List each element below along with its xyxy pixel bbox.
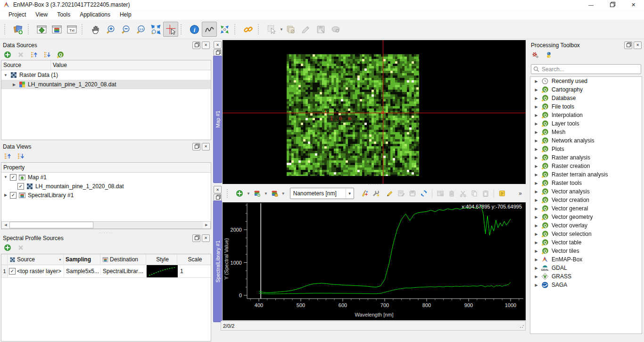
close-button[interactable]: ✕ [623, 0, 644, 9]
toolbox-item-raster-creation[interactable]: ▶QRaster creation [530, 162, 642, 170]
close-panel-button[interactable]: ✕ [634, 42, 642, 49]
toolbox-item-raster-terrain-analysis[interactable]: ▶QRaster terrain analysis [530, 170, 642, 179]
menu-tools[interactable]: Tools [52, 10, 75, 19]
col-source[interactable]: Source ▼ [8, 255, 64, 264]
expand-arrow-icon[interactable]: ▶ [534, 241, 538, 245]
close-panel-button[interactable]: ✕ [202, 234, 210, 242]
reload-button[interactable] [419, 189, 429, 198]
identify-info-button[interactable]: i [187, 22, 202, 37]
toolbox-item-file-tools[interactable]: ▶QFile tools [530, 102, 642, 111]
scroll-left-button[interactable]: ◀ [2, 222, 9, 228]
map-canvas[interactable]: 1.0 m [223, 40, 526, 184]
expand-all-button[interactable] [16, 151, 25, 161]
expand-arrow-icon[interactable]: ▶ [534, 181, 538, 185]
style-preview[interactable] [147, 265, 178, 277]
open-text-window-button[interactable]: Txt [64, 22, 79, 37]
expand-arrow-icon[interactable]: ▶ [534, 215, 538, 219]
scale-value[interactable]: 1 [178, 268, 211, 275]
expand-arrow-icon[interactable]: ▶ [534, 266, 538, 270]
col-property[interactable]: Property [1, 163, 211, 172]
expand-arrow-icon[interactable]: ▶ [534, 156, 538, 160]
python-console-button[interactable] [544, 50, 553, 60]
expand-arrow-icon[interactable]: ▶ [12, 83, 17, 87]
unit-combobox[interactable]: Nanometers [nm] ▼ [290, 188, 354, 199]
expand-arrow-icon[interactable]: ▶ [534, 190, 538, 194]
scrollbar-track[interactable] [93, 222, 203, 228]
reset-plot-button[interactable] [360, 189, 369, 198]
toolbox-item-network-analysis[interactable]: ▶QNetwork analysis [530, 136, 642, 145]
expand-arrow-icon[interactable]: ▶ [534, 258, 538, 262]
menu-view[interactable]: View [31, 10, 52, 19]
zoom-in-button[interactable] [103, 22, 118, 37]
toolbox-search-input[interactable] [531, 64, 641, 74]
resize-grip[interactable] [520, 324, 524, 328]
toolbox-item-saga[interactable]: ▶SAGA [530, 281, 642, 289]
tree-item-raster-data[interactable]: ▼ Raster Data (1) [1, 70, 211, 80]
expand-arrow-icon[interactable]: ▶ [534, 173, 538, 177]
float-panel-button[interactable] [192, 143, 200, 150]
float-panel-button[interactable] [192, 234, 200, 242]
add-profiles-to-library-button[interactable] [252, 189, 262, 198]
zoom-native-button[interactable]: 1:1 [133, 22, 148, 37]
minimize-button[interactable]: — [580, 0, 602, 9]
add-data-source-button[interactable] [10, 22, 25, 37]
expand-arrow-icon[interactable]: ▶ [534, 224, 538, 228]
menu-applications[interactable]: Applications [75, 10, 115, 19]
toolbox-options-button[interactable] [531, 50, 540, 60]
import-profiles-button[interactable] [270, 189, 279, 198]
close-map-button[interactable]: ✕ [214, 41, 222, 49]
tree-item-map1[interactable]: ▼ ✓ Map #1 [1, 173, 211, 182]
close-panel-button[interactable]: ✕ [202, 42, 210, 49]
expand-arrow-icon[interactable]: ▶ [534, 232, 538, 236]
col-value[interactable]: Value [51, 60, 211, 70]
toolbox-item-vector-table[interactable]: ▶QVector table [530, 238, 642, 247]
expand-arrow-icon[interactable]: ▶ [534, 88, 538, 92]
col-scale[interactable]: Scale [177, 255, 211, 264]
collect-profiles-button[interactable] [217, 22, 232, 37]
toolbox-item-gdal[interactable]: ▶GDALGDAL [530, 264, 642, 272]
col-destination[interactable]: Destination [100, 255, 146, 264]
expand-arrow-icon[interactable]: ▶ [534, 96, 538, 100]
scrollbar-thumb[interactable] [9, 222, 93, 228]
toolbar-handle[interactable] [4, 24, 8, 34]
toggle-editing-button[interactable] [385, 189, 395, 198]
menu-project[interactable]: Project [4, 10, 31, 19]
close-panel-button[interactable]: ✕ [202, 143, 210, 150]
toolbar-handle[interactable] [258, 24, 262, 34]
collapse-all-button[interactable] [29, 50, 39, 59]
float-panel-button[interactable] [624, 42, 632, 49]
visibility-checkbox[interactable]: ✓ [10, 192, 17, 199]
close-speclib-button[interactable]: ✕ [214, 186, 222, 193]
toolbar-handle[interactable] [28, 24, 32, 34]
col-style[interactable]: Style [146, 255, 177, 264]
toolbox-item-vector-tiles[interactable]: ▶QVector tiles [530, 247, 642, 255]
float-panel-button[interactable] [192, 42, 200, 49]
add-profile-button[interactable] [235, 189, 244, 198]
col-source[interactable]: Source [1, 60, 51, 70]
map-tab[interactable]: Map #1 [213, 56, 222, 183]
scroll-right-button[interactable]: ▶ [203, 222, 210, 228]
horizontal-scrollbar[interactable]: ◀ ▶ [1, 221, 211, 229]
toolbar-overflow-button[interactable]: » [519, 190, 522, 197]
toolbar-handle[interactable] [227, 189, 231, 198]
expand-arrow-icon[interactable]: ▼ [3, 73, 8, 77]
expand-all-button[interactable] [42, 50, 52, 59]
toolbox-item-grass[interactable]: ▶GRASS [530, 272, 642, 281]
source-enabled-checkbox[interactable]: ✓ [9, 268, 16, 275]
menu-help[interactable]: Help [115, 10, 136, 19]
toolbox-item-mesh[interactable]: ▶QMesh [530, 128, 642, 136]
toolbox-item-vector-general[interactable]: ▶QVector general [530, 204, 642, 213]
expand-arrow-icon[interactable]: ▶ [534, 164, 538, 168]
expand-arrow-icon[interactable]: ▶ [534, 105, 538, 109]
toolbox-item-raster-analysis[interactable]: ▶QRaster analysis [530, 153, 642, 162]
collapse-all-button[interactable] [3, 151, 12, 161]
expand-arrow-icon[interactable]: ▶ [534, 249, 538, 253]
add-profile-source-button[interactable] [3, 243, 12, 252]
visibility-checkbox[interactable]: ✓ [10, 174, 17, 181]
form-view-button[interactable] [497, 189, 507, 198]
expand-arrow-icon[interactable]: ▶ [534, 130, 538, 134]
tree-item-raster-file[interactable]: ▶ LH_mountain_pine_1_2020_08.dat [1, 80, 211, 89]
expand-arrow-icon[interactable]: ▶ [534, 79, 538, 83]
toolbox-item-database[interactable]: ▶QDatabase [530, 94, 642, 102]
spectral-plot[interactable]: 4005006007008009001000010002000 x:404.67… [223, 202, 526, 320]
